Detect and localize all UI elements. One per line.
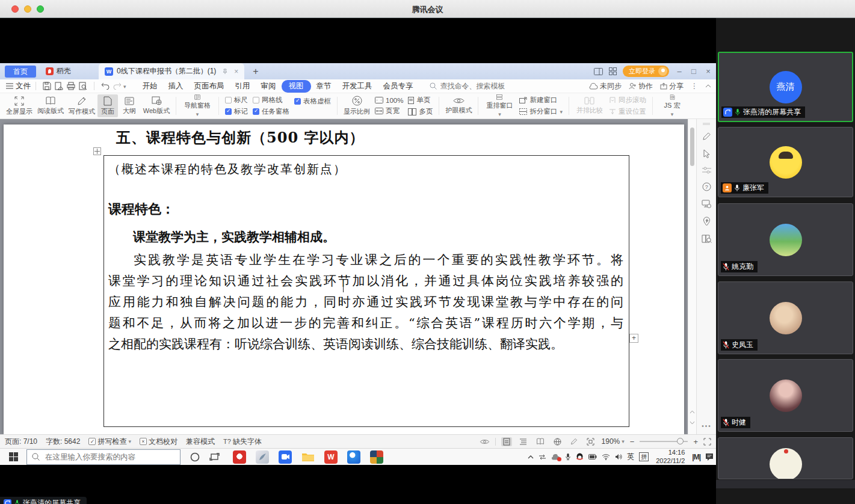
task-view-icon[interactable] [209, 452, 220, 461]
eye-protection-button[interactable]: 护眼模式 [443, 94, 474, 117]
zoom-level[interactable]: 190% [602, 437, 625, 446]
sync-arrows-icon[interactable] [539, 454, 546, 460]
tableframe-checkbox[interactable]: 表格虚框 [294, 97, 331, 106]
dictionary-search-icon[interactable] [702, 235, 712, 243]
view-outline-mode-icon[interactable] [517, 438, 529, 446]
taskpane-checkbox[interactable]: 任务窗格 [253, 107, 289, 116]
select-cursor-icon[interactable] [703, 149, 711, 158]
participant-tile[interactable]: 燕清 张燕清的屏幕共享 [718, 52, 853, 122]
side-toolbar-more-icon[interactable]: ••• [697, 423, 716, 429]
command-search-input[interactable] [439, 81, 520, 91]
menu-item-pagelayout[interactable]: 页面布局 [189, 80, 230, 93]
device-sync-icon[interactable] [702, 200, 711, 208]
cloud-sync-status[interactable]: 未同步 [589, 81, 622, 91]
ruler-checkbox[interactable]: 标尺 [225, 96, 248, 105]
collaborate-button[interactable]: 协作 [629, 81, 653, 91]
zoom-ratio-button[interactable]: 显示比例 [341, 94, 372, 117]
document-page[interactable]: 五、课程特色与创新（500 字以内） （概述本课程的特色及教学改革创新点） 课程… [4, 124, 684, 434]
wps-app-icon[interactable]: W [324, 450, 338, 464]
js-macro-button[interactable]: JS JS 宏 [656, 94, 688, 117]
ink-workspace-icon[interactable]: |M| [692, 453, 700, 461]
spellcheck-button[interactable]: ✓ 拼写检查 [88, 437, 131, 447]
view-write-mode-icon[interactable] [569, 437, 579, 446]
undo-icon[interactable] [101, 82, 110, 90]
menu-item-review[interactable]: 审阅 [256, 80, 282, 93]
microphone-tray-icon[interactable] [565, 453, 571, 461]
share-button[interactable]: 分享 [660, 81, 684, 91]
command-search[interactable] [430, 81, 520, 91]
web-layout-button[interactable]: Web版式 [141, 94, 172, 117]
compat-mode-label[interactable]: 兼容模式 [186, 437, 215, 447]
proofread-button[interactable]: × 文档校对 [140, 437, 177, 447]
new-window-button[interactable]: 新建窗口 [519, 96, 563, 105]
print-icon[interactable] [67, 82, 75, 90]
close-tab-icon[interactable]: × [234, 67, 238, 76]
battery-icon[interactable] [588, 454, 597, 459]
zoom-slider-knob[interactable] [677, 438, 684, 444]
speaker-icon[interactable] [615, 453, 622, 460]
menu-item-view[interactable]: 视图 [282, 80, 311, 93]
quickbar-more-icon[interactable] [123, 82, 126, 90]
location-pin-icon[interactable] [703, 217, 711, 226]
scrollbar-thumb[interactable] [690, 128, 694, 166]
fullscreen-icon[interactable] [703, 438, 711, 446]
layout-switch-icon[interactable] [594, 68, 603, 75]
write-mode-button[interactable]: 写作模式 [66, 94, 97, 117]
zoom-100-button[interactable]: 100% [375, 97, 403, 104]
adjust-sliders-icon[interactable] [702, 167, 711, 174]
mark-checkbox[interactable]: 标记 [225, 107, 248, 116]
cortana-icon[interactable] [190, 452, 200, 462]
menu-item-references[interactable]: 引用 [230, 80, 256, 93]
tab-home[interactable]: 首页 [5, 66, 36, 78]
fullscreen-view-button[interactable]: 全屏显示 [4, 94, 35, 117]
help-icon[interactable]: ? [702, 182, 711, 191]
next-page-icon[interactable] [690, 421, 695, 425]
page-mode-button[interactable]: 页面 [97, 94, 118, 117]
read-mode-button[interactable]: 阅读版式 [35, 94, 66, 117]
single-page-button[interactable]: 单页 [408, 96, 433, 105]
zoom-slider[interactable] [640, 441, 688, 442]
tab-docer[interactable]: 稻壳 [36, 64, 81, 78]
wps-close-button[interactable]: × [704, 67, 712, 76]
menu-item-member[interactable]: 会员专享 [378, 80, 419, 93]
pin-tab-icon[interactable] [222, 69, 228, 75]
print-preview-icon[interactable] [79, 82, 87, 90]
outline-mode-button[interactable]: 大纲 [118, 94, 141, 117]
qq-tray-icon[interactable] [576, 453, 584, 461]
cloud-tray-icon[interactable] [551, 454, 560, 460]
ime-indicator[interactable]: 拼 [639, 452, 649, 461]
multi-page-button[interactable]: 多页 [408, 107, 433, 116]
new-tab-button[interactable]: + [253, 66, 258, 77]
app-icon-3[interactable] [370, 450, 383, 464]
file-explorer-icon[interactable] [301, 450, 315, 464]
zoom-out-button[interactable]: − [630, 437, 635, 446]
app-icon-2[interactable] [256, 450, 269, 464]
table-move-handle[interactable] [93, 147, 101, 155]
file-menu[interactable]: 文件 [6, 81, 31, 91]
participant-tile[interactable]: 廉张军 [718, 127, 853, 197]
gridline-checkbox[interactable]: 网格线 [253, 96, 289, 105]
tencent-meeting-app-icon[interactable] [279, 450, 292, 464]
menu-item-insert[interactable]: 插入 [163, 80, 189, 93]
tab-document[interactable]: W 0线下课程申报书（第二批）(1) × [99, 63, 244, 79]
browser-app-icon[interactable] [347, 450, 360, 464]
split-window-button[interactable]: 拆分窗口 [519, 107, 563, 116]
zoom-in-button[interactable]: + [693, 437, 698, 446]
annotate-pen-icon[interactable] [702, 132, 711, 141]
login-button[interactable]: 立即登录 [623, 66, 669, 77]
wps-minimize-button[interactable]: – [675, 67, 684, 76]
wifi-icon[interactable] [602, 454, 610, 460]
menu-item-home[interactable]: 开始 [137, 80, 163, 93]
export-pdf-icon[interactable] [55, 82, 63, 90]
view-read-mode-icon[interactable] [534, 437, 546, 446]
collapse-ribbon-icon[interactable] [705, 84, 711, 88]
word-count[interactable]: 字数: 5642 [46, 437, 80, 447]
participant-tile[interactable]: 时健 [718, 359, 853, 432]
taskbar-search-box[interactable] [26, 449, 181, 465]
tray-expand-icon[interactable] [528, 455, 534, 459]
save-icon[interactable] [43, 82, 51, 90]
menu-item-devtools[interactable]: 开发工具 [337, 80, 378, 93]
tab-grid-icon[interactable] [609, 67, 617, 75]
taskbar-clock[interactable]: 14:16 2022/11/2 [656, 449, 685, 466]
previous-page-icon[interactable] [690, 410, 695, 414]
